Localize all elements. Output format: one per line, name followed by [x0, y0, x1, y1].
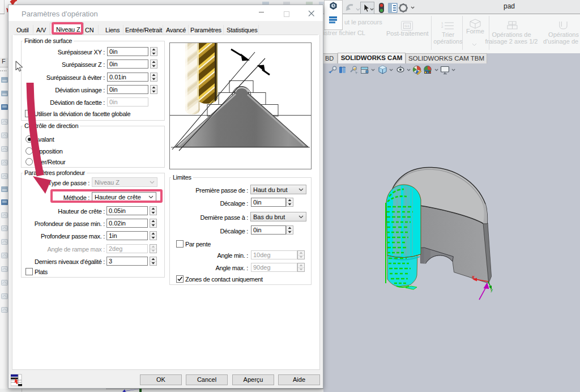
svg-text:y: y — [491, 287, 493, 292]
svg-text:x: x — [472, 274, 475, 280]
svg-text:G1: G1 — [404, 24, 410, 28]
svg-text:2: 2 — [441, 25, 443, 28]
